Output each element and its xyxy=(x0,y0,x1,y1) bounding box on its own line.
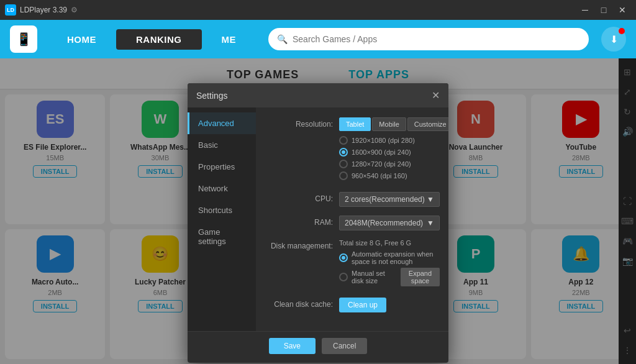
radio-dot-1 xyxy=(339,148,348,157)
radio-dot-0 xyxy=(339,136,348,145)
settings-nav-advanced[interactable]: Advanced xyxy=(188,112,256,134)
disk-radio-manual xyxy=(339,273,348,281)
modal-sidebar: Advanced Basic Properties Network Shortc… xyxy=(188,107,256,331)
cpu-select[interactable]: 2 cores(Recommended) ▼ xyxy=(339,192,440,207)
close-button[interactable]: ✕ xyxy=(614,3,631,17)
ram-select[interactable]: 2048M(Recommended) ▼ xyxy=(339,216,440,230)
radio-dot-3 xyxy=(339,171,348,180)
ram-row: RAM: 2048M(Recommended) ▼ xyxy=(265,216,440,230)
modal-overlay: Settings ✕ Advanced Basic Properties Net… xyxy=(0,58,636,364)
disk-control: Total size 8 G, Free 6 G Automatic expan… xyxy=(339,239,440,289)
cpu-dropdown-icon: ▼ xyxy=(427,195,434,204)
search-input[interactable] xyxy=(293,34,580,44)
res-label-1: 1600×900 (dpi 240) xyxy=(352,148,411,156)
settings-nav-basic[interactable]: Basic xyxy=(188,134,256,156)
disk-radio-auto xyxy=(339,253,348,262)
title-bar: LD LDPlayer 3.39 ⚙ ─ □ ✕ xyxy=(0,0,636,20)
top-nav: 📱 HOME RANKING ME 🔍 ⬇ xyxy=(0,20,636,58)
res-btn-mobile[interactable]: Mobile xyxy=(372,117,406,131)
radio-dot-2 xyxy=(339,160,348,168)
resolution-control: Tablet Mobile Customize 1920×1080 (dpi 2… xyxy=(339,117,448,183)
clean-disk-control: Clean up xyxy=(339,298,440,312)
search-bar[interactable]: 🔍 xyxy=(268,28,589,50)
settings-nav-network[interactable]: Network xyxy=(188,178,256,199)
res-option-1[interactable]: 1600×900 (dpi 240) xyxy=(339,148,448,157)
maximize-button[interactable]: □ xyxy=(595,3,612,17)
resolution-btn-group: Tablet Mobile Customize xyxy=(339,117,448,131)
res-label-3: 960×540 (dpi 160) xyxy=(352,172,407,180)
download-icon: ⬇ xyxy=(610,34,618,45)
resolution-row: Resolution: Tablet Mobile Customize 1920… xyxy=(265,117,440,183)
res-option-2[interactable]: 1280×720 (dpi 240) xyxy=(339,160,448,168)
modal-close-button[interactable]: ✕ xyxy=(432,89,440,101)
res-option-3[interactable]: 960×540 (dpi 160) xyxy=(339,171,448,180)
res-option-0[interactable]: 1920×1080 (dpi 280) xyxy=(339,136,448,145)
disk-manual-option[interactable]: Manual set disk size Expand space xyxy=(339,268,440,286)
modal-header: Settings ✕ xyxy=(188,83,448,107)
settings-nav-game[interactable]: Game settings xyxy=(188,221,256,252)
cleanup-button[interactable]: Clean up xyxy=(339,298,386,312)
minimize-button[interactable]: ─ xyxy=(576,3,594,17)
resolution-label: Resolution: xyxy=(265,117,333,129)
app-title: LDPlayer 3.39 xyxy=(20,6,67,14)
search-icon: 🔍 xyxy=(277,34,288,44)
modal-title: Settings xyxy=(196,91,228,101)
modal-content: Resolution: Tablet Mobile Customize 1920… xyxy=(256,107,448,331)
ram-control: 2048M(Recommended) ▼ xyxy=(339,216,440,230)
app-logo: LD xyxy=(5,4,16,16)
clean-disk-row: Clean disk cache: Clean up xyxy=(265,298,440,312)
save-button[interactable]: Save xyxy=(269,338,316,354)
cpu-control: 2 cores(Recommended) ▼ xyxy=(339,192,440,207)
res-label-2: 1280×720 (dpi 240) xyxy=(352,160,411,168)
cpu-row: CPU: 2 cores(Recommended) ▼ xyxy=(265,192,440,207)
ram-dropdown-icon: ▼ xyxy=(427,219,434,227)
cancel-button[interactable]: Cancel xyxy=(322,338,367,354)
settings-nav-shortcuts[interactable]: Shortcuts xyxy=(188,199,256,221)
settings-icon[interactable]: ⚙ xyxy=(71,6,78,14)
nav-logo: 📱 xyxy=(10,25,37,53)
disk-auto-option[interactable]: Automatic expansion when space is not en… xyxy=(339,250,440,265)
disk-row: Disk management: Total size 8 G, Free 6 … xyxy=(265,239,440,289)
expand-space-button[interactable]: Expand space xyxy=(401,268,440,286)
res-label-0: 1920×1080 (dpi 280) xyxy=(352,137,415,144)
res-btn-customize[interactable]: Customize xyxy=(407,117,448,131)
modal-body: Advanced Basic Properties Network Shortc… xyxy=(188,107,448,331)
disk-auto-label: Automatic expansion when space is not en… xyxy=(352,250,440,265)
clean-disk-label: Clean disk cache: xyxy=(265,298,333,309)
tab-me[interactable]: ME xyxy=(202,29,257,50)
res-btn-tablet[interactable]: Tablet xyxy=(339,117,371,131)
disk-info: Total size 8 G, Free 6 G xyxy=(339,239,440,247)
modal-footer: Save Cancel xyxy=(188,331,448,363)
ram-label: RAM: xyxy=(265,216,333,227)
disk-label: Disk management: xyxy=(265,239,333,250)
cpu-label: CPU: xyxy=(265,192,333,203)
window-controls: ─ □ ✕ xyxy=(576,3,631,17)
download-button[interactable]: ⬇ xyxy=(601,27,626,52)
tab-ranking[interactable]: RANKING xyxy=(116,29,202,50)
nav-tabs: HOME RANKING ME xyxy=(47,29,256,50)
settings-modal: Settings ✕ Advanced Basic Properties Net… xyxy=(188,83,448,363)
main-content: TOP GAMES TOP APPS ESES File Explorer...… xyxy=(0,58,636,364)
disk-manual-label: Manual set disk size xyxy=(352,270,393,284)
settings-nav-properties[interactable]: Properties xyxy=(188,156,256,178)
nav-logo-icon: 📱 xyxy=(16,32,32,47)
tab-home[interactable]: HOME xyxy=(47,29,116,50)
